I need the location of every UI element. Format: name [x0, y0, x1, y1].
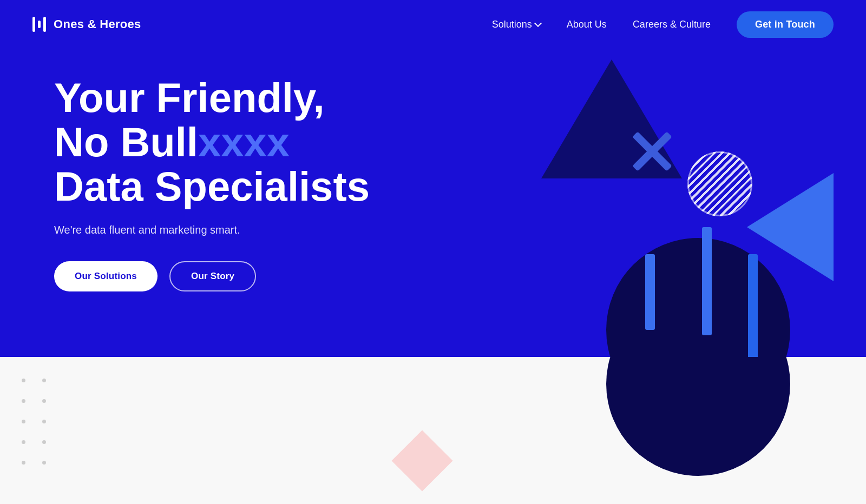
logo-bar-2 — [38, 21, 41, 28]
dot-grid-decoration — [22, 379, 53, 472]
dot — [42, 399, 46, 403]
cross-shape — [625, 124, 679, 178]
chevron-down-icon — [534, 19, 542, 27]
bar-right-shape — [702, 227, 712, 335]
dot — [22, 420, 25, 423]
below-fold-section — [0, 357, 866, 504]
hero-content: Your Friendly, No Bullxxxx Data Speciali… — [54, 76, 370, 291]
hero-section: Your Friendly, No Bullxxxx Data Speciali… — [0, 0, 866, 357]
dot — [42, 420, 46, 423]
hero-title-accent: xxxx — [198, 119, 290, 165]
logo-bar-3 — [43, 17, 46, 32]
bar-tall-shape — [748, 254, 758, 357]
nav-links: Solutions About Us Careers & Culture Get… — [492, 11, 834, 38]
bar-left-shape — [645, 254, 655, 330]
dot — [22, 461, 25, 465]
dot — [42, 461, 46, 465]
hero-buttons: Our Solutions Our Story — [54, 261, 370, 291]
diamond-decoration — [391, 430, 452, 491]
nav-about[interactable]: About Us — [567, 19, 607, 30]
logo-bar-1 — [32, 17, 35, 32]
navbar: Ones & Heroes Solutions About Us Careers… — [0, 0, 866, 49]
logo-icon — [32, 17, 46, 32]
brand-name: Ones & Heroes — [54, 17, 141, 31]
striped-circle-shape — [687, 151, 752, 216]
hero-shapes — [487, 0, 866, 357]
our-solutions-button[interactable]: Our Solutions — [54, 261, 158, 291]
hero-title: Your Friendly, No Bullxxxx Data Speciali… — [54, 76, 370, 209]
dot — [22, 379, 25, 382]
brand-logo[interactable]: Ones & Heroes — [32, 17, 141, 32]
below-circle-decoration — [606, 357, 790, 476]
nav-careers[interactable]: Careers & Culture — [633, 19, 711, 30]
dot — [22, 399, 25, 403]
get-in-touch-button[interactable]: Get in Touch — [737, 11, 834, 38]
dot — [22, 440, 25, 444]
nav-solutions[interactable]: Solutions — [492, 19, 541, 30]
our-story-button[interactable]: Our Story — [169, 261, 256, 291]
dot — [42, 440, 46, 444]
hero-subtitle: We're data fluent and marketing smart. — [54, 224, 370, 236]
dot — [42, 379, 46, 382]
